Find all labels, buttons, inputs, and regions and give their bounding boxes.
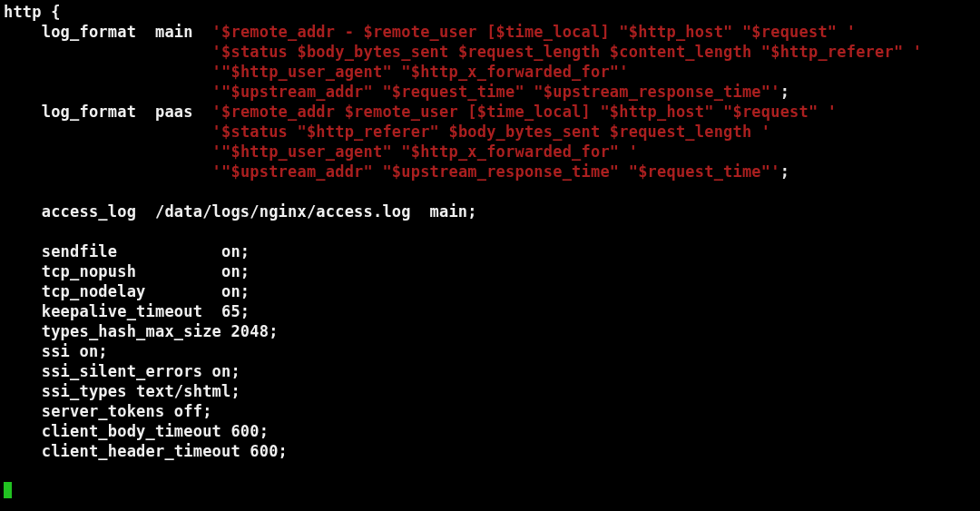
client-body-timeout-directive: client_body_timeout 600;: [4, 422, 269, 440]
log-format-paas-line3: '"$http_user_agent" "$http_x_forwarded_f…: [212, 142, 639, 161]
types-hash-max-size-directive: types_hash_max_size 2048;: [4, 322, 279, 340]
indent: [4, 43, 212, 61]
indent: [4, 142, 212, 161]
log-format-paas-line2: '$status "$http_referer" $body_bytes_sen…: [212, 123, 771, 141]
log-format-paas-semicolon: ;: [780, 162, 789, 181]
terminal-window[interactable]: http { log_format main '$remote_addr - $…: [0, 0, 980, 511]
terminal-cursor: [4, 482, 12, 498]
client-header-timeout-directive: client_header_timeout 600;: [4, 442, 288, 460]
keepalive-timeout-directive: keepalive_timeout 65;: [4, 302, 250, 320]
ssi-silent-errors-directive: ssi_silent_errors on;: [4, 362, 240, 380]
log-format-paas-line4: '"$upstream_addr" "$upstream_response_ti…: [212, 162, 780, 181]
nginx-config: http { log_format main '$remote_addr - $…: [0, 0, 980, 461]
ssi-directive: ssi on;: [4, 342, 108, 360]
indent: [4, 123, 212, 141]
sendfile-directive: sendfile on;: [4, 242, 250, 260]
indent: [4, 63, 212, 81]
server-tokens-directive: server_tokens off;: [4, 402, 212, 420]
tcp-nopush-directive: tcp_nopush on;: [4, 262, 250, 280]
log-format-main-line1: '$remote_addr - $remote_user [$time_loca…: [212, 23, 857, 41]
indent: [4, 162, 212, 181]
log-format-main-semicolon: ;: [780, 83, 789, 101]
log-format-main-line2: '$status $body_bytes_sent $request_lengt…: [212, 43, 923, 61]
access-log-directive: access_log /data/logs/nginx/access.log m…: [4, 202, 477, 221]
log-format-main-line4: '"$upstream_addr" "$request_time" "$upst…: [212, 83, 780, 101]
log-format-paas-key: log_format paas: [4, 103, 212, 121]
ssi-types-directive: ssi_types text/shtml;: [4, 382, 240, 400]
log-format-main-key: log_format main: [4, 23, 212, 41]
indent: [4, 83, 212, 101]
http-open-brace: http {: [4, 3, 61, 21]
log-format-main-line3: '"$http_user_agent" "$http_x_forwarded_f…: [212, 63, 629, 81]
log-format-paas-line1: '$remote_addr $remote_user [$time_local]…: [212, 103, 838, 121]
tcp-nodelay-directive: tcp_nodelay on;: [4, 282, 250, 300]
